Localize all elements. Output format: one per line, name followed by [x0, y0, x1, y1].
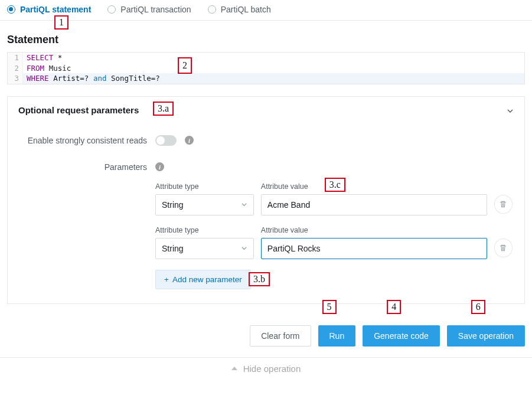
hide-operation-label: Hide operation: [243, 364, 301, 374]
chevron-down-icon: [507, 106, 514, 113]
radio-icon: [208, 5, 216, 14]
line-number: 1: [8, 53, 23, 63]
chevron-down-icon: [241, 245, 247, 251]
callout-2: 2: [178, 57, 192, 74]
consistent-reads-label: Enable strongly consistent reads: [19, 136, 147, 145]
operation-type-tabs: PartiQL statement PartiQL transaction Pa…: [0, 0, 532, 21]
generate-code-label: Generate code: [374, 331, 429, 341]
save-operation-label: Save operation: [458, 331, 514, 341]
add-param-label: Add new parameter: [172, 275, 242, 284]
partiql-code-editor[interactable]: 1 SELECT * 2 FROM Music 3 WHERE Artist=?…: [7, 52, 525, 84]
tab-partiql-batch[interactable]: PartiQL batch: [208, 5, 271, 14]
delete-parameter-button[interactable]: [494, 238, 513, 257]
parameter-row: Attribute type String Attribute value: [155, 226, 513, 259]
line-number: 2: [8, 63, 23, 74]
attribute-value-input[interactable]: [261, 194, 487, 215]
add-parameter-button[interactable]: + Add new parameter: [155, 270, 251, 289]
save-operation-button[interactable]: Save operation 6: [447, 325, 525, 347]
callout-4: 4: [387, 300, 401, 314]
callout-3b: 3.b: [249, 272, 270, 286]
tab-partiql-statement[interactable]: PartiQL statement: [7, 5, 91, 14]
attribute-value-label: Attribute value: [261, 182, 487, 191]
hide-operation-button[interactable]: Hide operation: [0, 357, 532, 380]
consistent-reads-toggle[interactable]: [155, 135, 177, 146]
tab-partiql-transaction[interactable]: PartiQL transaction: [107, 5, 191, 14]
parameters-label: Parameters: [19, 162, 147, 172]
attribute-value-label: Attribute value: [261, 226, 487, 234]
action-bar: Clear form Run 5 Generate code 4 Save op…: [0, 311, 532, 357]
panel-title: Optional request parameters: [18, 105, 139, 115]
parameter-row: Attribute type String Attribute value 3.…: [155, 182, 513, 215]
run-button[interactable]: Run 5: [318, 325, 356, 347]
info-icon[interactable]: i: [185, 136, 194, 145]
statement-heading: Statement: [7, 34, 525, 46]
tab-label: PartiQL batch: [221, 5, 271, 14]
plus-icon: +: [164, 275, 169, 284]
attribute-type-label: Attribute type: [155, 226, 254, 234]
code-line-3: WHERE Artist=? and SongTitle=?: [23, 73, 160, 84]
collapse-up-icon: [231, 367, 237, 370]
optional-params-toggle[interactable]: Optional request parameters 3.a: [8, 97, 524, 123]
info-icon[interactable]: i: [155, 162, 164, 171]
callout-6: 6: [471, 300, 485, 314]
code-line-1: SELECT *: [23, 53, 62, 63]
generate-code-button[interactable]: Generate code 4: [363, 325, 440, 347]
chevron-down-icon: [241, 201, 247, 208]
line-number: 3: [8, 73, 23, 84]
delete-parameter-button[interactable]: [494, 195, 513, 214]
callout-1: 1: [54, 15, 68, 30]
radio-icon: [107, 5, 116, 14]
select-value: String: [162, 200, 184, 210]
attribute-type-label: Attribute type: [155, 182, 254, 191]
callout-3a: 3.a: [153, 102, 174, 116]
callout-5: 5: [322, 300, 337, 314]
code-line-2: FROM Music: [23, 63, 71, 74]
trash-icon: [499, 244, 507, 252]
attribute-type-select[interactable]: String: [155, 194, 254, 215]
tab-label: PartiQL transaction: [120, 5, 191, 14]
trash-icon: [499, 200, 507, 208]
tab-label: PartiQL statement: [20, 5, 91, 14]
radio-icon: [7, 5, 15, 14]
clear-form-button[interactable]: Clear form: [250, 325, 311, 347]
run-label: Run: [329, 331, 345, 341]
callout-3c: 3.c: [325, 178, 345, 192]
attribute-value-input[interactable]: [261, 238, 487, 259]
attribute-type-select[interactable]: String: [155, 238, 254, 259]
select-value: String: [162, 244, 184, 253]
